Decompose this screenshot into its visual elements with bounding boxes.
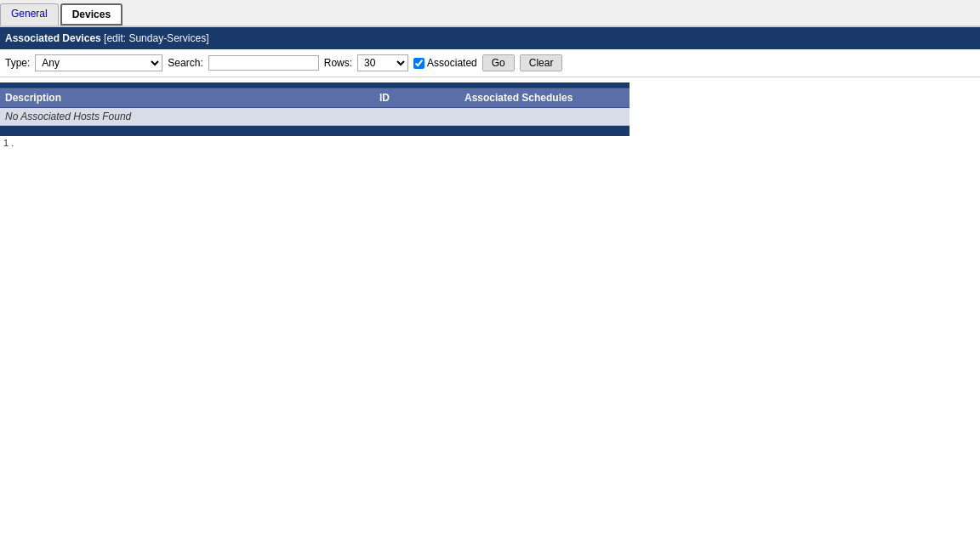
- rows-label: Rows:: [324, 57, 352, 69]
- table-body: No Associated Hosts Found: [0, 108, 630, 126]
- empty-id-cell: [374, 108, 459, 125]
- associated-checkbox-container: Associated: [413, 57, 477, 69]
- type-select[interactable]: Any Switch Router Server Workstation: [35, 54, 162, 71]
- filter-bar: Type: Any Switch Router Server Workstati…: [0, 49, 980, 77]
- section-header: Associated Devices [edit: Sunday-Service…: [0, 27, 980, 49]
- tab-devices[interactable]: Devices: [60, 3, 122, 26]
- associated-checkbox[interactable]: [413, 58, 424, 69]
- rows-select[interactable]: 10 20 30 50 100: [357, 54, 408, 71]
- table-container: Description ID Associated Schedules No A…: [0, 82, 630, 126]
- section-title: Associated Devices: [5, 32, 101, 44]
- pagination-bar: [0, 126, 630, 136]
- tabs-container: General Devices: [0, 0, 980, 27]
- col-header-description: Description: [0, 88, 374, 107]
- table-header: Description ID Associated Schedules: [0, 88, 630, 108]
- search-input[interactable]: [208, 55, 319, 71]
- empty-schedules-cell: [459, 108, 630, 125]
- tab-general[interactable]: General: [0, 3, 59, 26]
- col-header-schedules: Associated Schedules: [459, 88, 630, 107]
- empty-message-row: No Associated Hosts Found: [0, 108, 630, 126]
- search-label: Search:: [168, 57, 202, 69]
- bottom-pagination-text: 1 .: [0, 136, 980, 150]
- col-header-id: ID: [374, 88, 459, 107]
- clear-button[interactable]: Clear: [520, 54, 563, 71]
- associated-label: Associated: [427, 57, 477, 69]
- type-label: Type:: [5, 57, 30, 69]
- empty-message: No Associated Hosts Found: [0, 108, 374, 125]
- edit-info: [edit: Sunday-Services]: [104, 32, 208, 44]
- go-button[interactable]: Go: [482, 54, 515, 71]
